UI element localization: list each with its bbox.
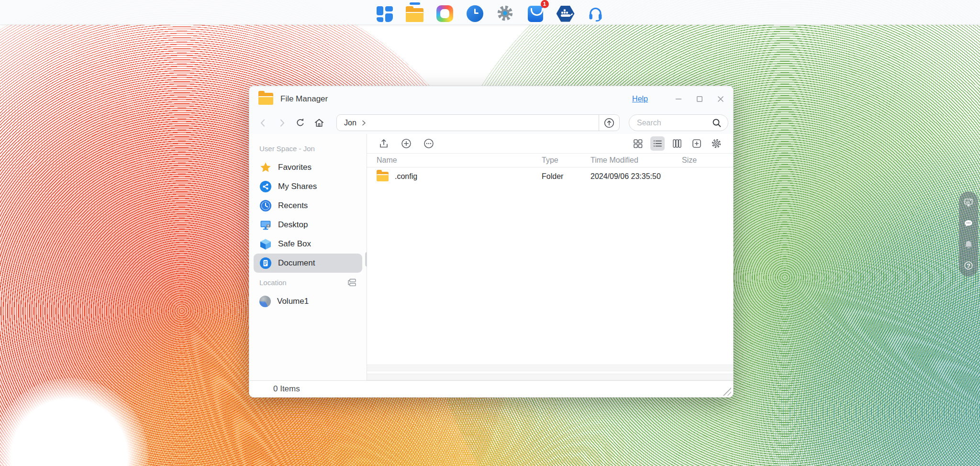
minimize-button[interactable] <box>674 94 683 104</box>
column-view-button[interactable] <box>670 136 684 151</box>
resize-handle[interactable] <box>722 386 731 396</box>
dock: 1 <box>376 3 605 22</box>
feedback-button[interactable] <box>963 218 974 229</box>
home-icon <box>313 117 325 129</box>
safe-box-cube-icon <box>259 238 272 250</box>
location-header: Location <box>259 277 360 288</box>
chat-icon <box>964 219 973 228</box>
resource-monitor-button[interactable] <box>963 197 974 208</box>
file-manager-window: File Manager Help <box>249 86 734 398</box>
upload-button[interactable] <box>377 136 391 151</box>
desktop-monitor-icon <box>259 219 272 231</box>
sidebar: User Space - Jon Favorites <box>249 134 367 380</box>
dock-item-clock[interactable] <box>466 3 484 22</box>
list-view-icon <box>652 138 663 149</box>
table-header: Name Type Time Modified Size <box>367 153 733 167</box>
chevron-left-icon <box>257 117 269 129</box>
add-view-button[interactable] <box>690 136 704 151</box>
running-indicator <box>410 2 420 5</box>
user-space-header: User Space - Jon <box>259 143 360 154</box>
grid-view-button[interactable] <box>631 136 645 151</box>
breadcrumb-segment[interactable]: Jon <box>344 119 356 127</box>
minimize-icon <box>674 94 683 104</box>
dock-item-docker[interactable] <box>557 3 575 22</box>
file-name: .config <box>395 172 417 181</box>
sidebar-item-favorites[interactable]: Favorites <box>254 158 362 177</box>
back-button[interactable] <box>257 117 269 129</box>
table-row[interactable]: .config Folder 2024/09/06 23:35:50 <box>367 167 733 186</box>
horizontal-scroll-area <box>367 364 733 380</box>
monitor-chart-icon <box>964 198 973 207</box>
horizontal-scrollbar-track[interactable] <box>367 365 733 371</box>
home-button[interactable] <box>313 117 325 129</box>
row-folder-icon <box>377 172 389 181</box>
recents-clock-icon <box>259 200 272 212</box>
bell-icon <box>964 240 973 249</box>
column-header-name[interactable]: Name <box>377 156 542 165</box>
dock-item-app-store[interactable]: 1 <box>526 3 545 22</box>
volume-pie-icon <box>259 296 271 307</box>
window-folder-icon <box>258 93 273 105</box>
document-icon <box>259 257 272 269</box>
sidebar-item-document[interactable]: Document <box>254 254 362 273</box>
dock-item-settings[interactable] <box>496 3 514 22</box>
upload-icon <box>378 138 390 149</box>
close-button[interactable] <box>716 94 725 104</box>
plus-square-icon <box>691 138 702 149</box>
plus-circle-icon <box>401 138 412 149</box>
share-icon <box>259 180 272 193</box>
help-button[interactable]: ? <box>963 260 974 271</box>
breadcrumb-bar: Jon <box>336 114 620 131</box>
dock-item-desktop-tiles[interactable] <box>376 3 394 22</box>
forward-button[interactable] <box>276 117 288 129</box>
window-main: User Space - Jon Favorites <box>249 134 733 380</box>
items-count: 0 Items <box>273 384 300 394</box>
sidebar-item-volume1[interactable]: Volume1 <box>254 292 362 311</box>
sidebar-item-desktop[interactable]: Desktop <box>254 215 362 234</box>
breadcrumb[interactable]: Jon <box>337 115 599 131</box>
file-type: Folder <box>542 172 590 181</box>
gear-icon <box>496 4 514 22</box>
settings-gear-icon <box>711 138 722 149</box>
sidebar-item-recents[interactable]: Recents <box>254 196 362 215</box>
search-input[interactable] <box>637 119 712 127</box>
column-header-size[interactable]: Size <box>682 156 733 165</box>
quick-access-panel: ? <box>959 191 978 277</box>
store-badge: 1 <box>541 0 549 8</box>
more-actions-button[interactable] <box>422 136 436 151</box>
notifications-button[interactable] <box>963 239 974 250</box>
headset-icon <box>587 4 604 22</box>
desktop: 1 <box>0 0 980 466</box>
grid-view-icon <box>632 138 644 149</box>
dock-item-file-manager[interactable] <box>406 3 424 22</box>
go-up-button[interactable] <box>599 115 619 131</box>
mount-settings-button[interactable] <box>346 277 357 288</box>
view-settings-button[interactable] <box>709 136 724 151</box>
search-icon[interactable] <box>712 118 722 128</box>
content-toolbar <box>367 134 733 153</box>
search-box <box>629 114 728 131</box>
new-item-button[interactable] <box>399 136 413 151</box>
refresh-button[interactable] <box>294 117 307 129</box>
sidebar-item-my-shares[interactable]: My Shares <box>254 177 362 196</box>
mount-icon <box>347 278 356 287</box>
column-header-type[interactable]: Type <box>542 156 590 165</box>
breadcrumb-chevron-icon <box>360 120 367 126</box>
close-icon <box>716 94 725 104</box>
maximize-icon <box>695 94 704 104</box>
maximize-button[interactable] <box>695 94 704 104</box>
help-link[interactable]: Help <box>632 95 648 103</box>
file-list-panel: Name Type Time Modified Size .config Fol… <box>367 134 733 380</box>
tiles-icon <box>377 6 393 22</box>
sidebar-item-safe-box[interactable]: Safe Box <box>254 234 362 254</box>
arrow-up-circle-icon <box>603 117 615 129</box>
column-view-icon <box>671 138 683 149</box>
list-view-button[interactable] <box>650 136 665 151</box>
horizontal-scrollbar-track-2[interactable] <box>367 374 733 380</box>
column-header-modified[interactable]: Time Modified <box>590 156 682 165</box>
chevron-right-icon <box>276 117 288 129</box>
dock-item-gallery[interactable] <box>436 3 454 22</box>
dock-item-support[interactable] <box>587 3 605 22</box>
status-bar: 0 Items <box>249 380 733 397</box>
window-title: File Manager <box>280 94 328 104</box>
